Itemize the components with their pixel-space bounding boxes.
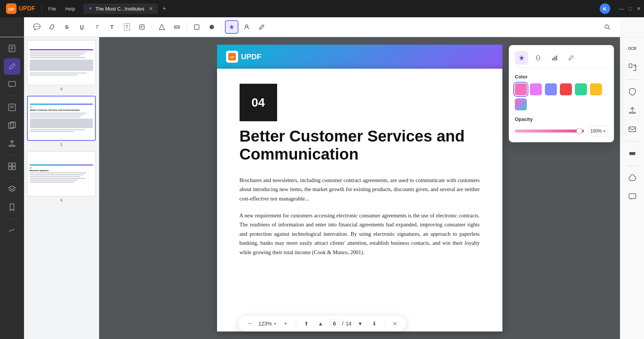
stamp-tool[interactable] bbox=[135, 20, 149, 34]
svg-line-14 bbox=[608, 28, 610, 30]
file-menu[interactable]: File bbox=[45, 5, 60, 13]
rect-tool[interactable] bbox=[190, 20, 204, 34]
convert-btn[interactable] bbox=[624, 59, 641, 75]
pen-tool[interactable] bbox=[255, 20, 268, 34]
email-btn[interactable] bbox=[624, 121, 641, 137]
shape-tool[interactable] bbox=[155, 20, 169, 34]
page-body-text: Brochures and newsletters, including cus… bbox=[240, 176, 480, 257]
thumbnail-5[interactable]: 04 Better Customer Services and Communic… bbox=[27, 96, 96, 147]
thumbnail-6[interactable]: 05 Electronic signatures 6 bbox=[27, 151, 96, 202]
zoom-display[interactable]: 123% ▼ bbox=[258, 321, 277, 327]
minimize-button[interactable]: — bbox=[619, 6, 624, 12]
redact-btn[interactable] bbox=[624, 145, 641, 162]
left-sep-1 bbox=[6, 96, 18, 96]
left-sep-4 bbox=[6, 218, 18, 219]
help-menu[interactable]: Help bbox=[62, 5, 79, 13]
text-box-tool[interactable]: T bbox=[105, 20, 119, 34]
pages-tool-btn[interactable] bbox=[4, 117, 20, 134]
left-sep-2 bbox=[6, 155, 18, 155]
banner-logo-icon: UP bbox=[226, 51, 238, 63]
add-tab-button[interactable]: + bbox=[162, 5, 166, 13]
opacity-dropdown-icon[interactable]: ▼ bbox=[602, 129, 606, 133]
highlight-tool[interactable] bbox=[45, 20, 59, 34]
reader-tool-btn[interactable] bbox=[4, 40, 20, 57]
zoom-level: 123% bbox=[258, 321, 272, 327]
search-tool[interactable] bbox=[600, 20, 614, 34]
opacity-slider[interactable] bbox=[515, 128, 584, 134]
swatch-yellow[interactable] bbox=[590, 83, 602, 95]
tab-dropdown-icon[interactable]: ▼ bbox=[88, 6, 92, 11]
maximize-button[interactable]: □ bbox=[629, 6, 632, 12]
tab-close-icon[interactable]: ✕ bbox=[149, 6, 153, 12]
paragraph-2: A new require­ment for customers accessi… bbox=[240, 211, 480, 257]
swatch-green[interactable] bbox=[575, 83, 587, 95]
chat-btn[interactable] bbox=[624, 188, 641, 205]
ocr-btn[interactable]: OCR bbox=[624, 40, 641, 57]
pdf-page: 04 Better Customer Services and Communic… bbox=[217, 69, 502, 331]
person-tool[interactable] bbox=[240, 20, 253, 34]
thumbnail-panel: 4 04 Better Customer Services and Commun… bbox=[24, 37, 99, 339]
annotate-tool-btn[interactable] bbox=[4, 58, 20, 75]
svg-text:UP: UP bbox=[8, 7, 14, 12]
link-picker-tab[interactable] bbox=[531, 51, 545, 65]
thumbnail-4[interactable]: 4 bbox=[27, 40, 96, 91]
svg-marker-5 bbox=[159, 24, 164, 30]
sparkle-picker-tab[interactable] bbox=[515, 51, 528, 65]
text-edit-tool[interactable]: T bbox=[120, 20, 134, 34]
chart-picker-tab[interactable] bbox=[548, 51, 561, 65]
app-logo: UP UPDF bbox=[3, 2, 38, 15]
edit-text-btn[interactable] bbox=[4, 99, 20, 116]
close-nav-button[interactable]: ✕ bbox=[389, 318, 400, 329]
comment-tool[interactable]: 💬 bbox=[30, 20, 44, 34]
swatch-red[interactable] bbox=[560, 83, 572, 95]
comment-tool-btn[interactable] bbox=[4, 76, 20, 93]
active-tab[interactable]: ▼ The Most C...Institutes ✕ bbox=[83, 3, 158, 14]
swatch-pink[interactable] bbox=[515, 83, 527, 95]
color-fill-tool[interactable] bbox=[205, 20, 219, 34]
opacity-thumb[interactable] bbox=[576, 128, 582, 134]
prev-page-button[interactable]: ▲ bbox=[315, 318, 326, 329]
toolbar-sep-2 bbox=[187, 22, 187, 32]
close-button[interactable]: ✕ bbox=[636, 6, 641, 12]
opacity-value: 100% ▼ bbox=[588, 126, 608, 136]
first-page-button[interactable]: ⬆ bbox=[301, 318, 312, 329]
swatch-indigo[interactable] bbox=[545, 83, 557, 95]
bookmark-tool-btn[interactable] bbox=[4, 199, 20, 215]
export-tool-btn[interactable] bbox=[4, 135, 20, 152]
last-page-button[interactable]: ⬇ bbox=[369, 318, 380, 329]
next-page-button[interactable]: ▼ bbox=[354, 318, 366, 329]
svg-text:UP: UP bbox=[230, 56, 234, 59]
zoom-out-button[interactable]: − bbox=[244, 318, 255, 329]
edit-picker-tab[interactable] bbox=[564, 51, 578, 65]
ai-tool[interactable] bbox=[225, 20, 238, 34]
swatch-rainbow[interactable] bbox=[515, 98, 527, 110]
share-btn[interactable] bbox=[624, 102, 641, 119]
strikethrough-tool[interactable]: S bbox=[60, 20, 74, 34]
zoom-in-button[interactable]: + bbox=[280, 318, 291, 329]
measure-tool[interactable] bbox=[170, 20, 184, 34]
avatar[interactable]: K bbox=[600, 3, 610, 14]
text-insert-tool[interactable]: T bbox=[90, 20, 104, 34]
color-picker-panel: Color Opacity 100% ▼ bbox=[509, 45, 614, 142]
zoom-dropdown-arrow[interactable]: ▼ bbox=[273, 322, 277, 326]
page-banner: UP UPDF bbox=[217, 45, 502, 69]
nav-bar-sep-2 bbox=[385, 320, 385, 327]
svg-rect-35 bbox=[629, 112, 635, 113]
sign-tool-btn[interactable] bbox=[4, 222, 20, 238]
page-number-input[interactable] bbox=[329, 319, 340, 328]
underline-tool[interactable]: U bbox=[75, 20, 89, 34]
protect-btn[interactable] bbox=[624, 83, 641, 100]
thumb-frame-4 bbox=[27, 40, 96, 85]
toolbar-sep-1 bbox=[152, 22, 152, 32]
opacity-row: 100% ▼ bbox=[515, 126, 608, 136]
svg-rect-10 bbox=[195, 25, 199, 29]
svg-rect-33 bbox=[629, 64, 632, 68]
total-pages: 14 bbox=[346, 321, 352, 327]
organize-tool-btn[interactable] bbox=[4, 158, 20, 175]
page-indicator: / 14 bbox=[329, 319, 351, 328]
swatch-fuchsia[interactable] bbox=[530, 83, 542, 95]
svg-rect-39 bbox=[552, 58, 554, 60]
left-sep-3 bbox=[6, 178, 18, 178]
layers-tool-btn[interactable] bbox=[4, 181, 20, 197]
ai-assistant-btn[interactable] bbox=[624, 170, 641, 186]
